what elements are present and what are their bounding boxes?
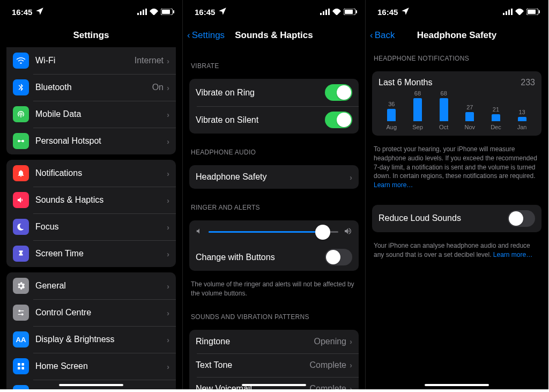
cell-home-screen[interactable]: Home Screen› <box>6 353 176 380</box>
location-icon <box>35 6 44 18</box>
footer-text: To protect your hearing, your iPhone wil… <box>374 145 537 180</box>
chart-bar <box>387 109 396 121</box>
cell-label: Wi-Fi <box>35 56 135 65</box>
chevron-right-icon: › <box>167 196 169 205</box>
nav-bar: ‹ Settings Sounds & Haptics <box>183 24 365 47</box>
chart-bar-dec: 21Dec <box>485 106 507 130</box>
chevron-left-icon: ‹ <box>370 30 373 41</box>
cell-sounds-haptics[interactable]: Sounds & Haptics› <box>6 187 176 213</box>
gear-icon <box>13 278 29 294</box>
learn-more-link[interactable]: Learn more… <box>374 181 413 189</box>
status-bar: 16:45 <box>366 0 548 24</box>
chart-bar <box>413 98 422 121</box>
chart-bar-value: 68 <box>414 90 421 97</box>
chevron-right-icon: › <box>167 308 169 317</box>
svg-rect-6 <box>173 10 174 13</box>
cell-change-with-buttons[interactable]: Change with Buttons <box>189 243 359 271</box>
back-label: Settings <box>192 30 225 41</box>
cell-label: Mobile Data <box>35 109 167 119</box>
cell-label: Accessibility <box>35 388 167 389</box>
svg-rect-16 <box>18 367 20 369</box>
home-indicator[interactable] <box>59 384 123 386</box>
chevron-right-icon: › <box>350 360 352 369</box>
cell-value: On <box>152 83 164 92</box>
home-indicator[interactable] <box>242 384 306 386</box>
cell-general[interactable]: General› <box>6 272 176 299</box>
group-header-headphone: HEADPHONE AUDIO <box>183 149 365 160</box>
toggle-reduce-loud-sounds[interactable] <box>508 210 535 227</box>
page-title: Sounds & Haptics <box>235 30 313 41</box>
volume-slider[interactable] <box>209 231 338 233</box>
chevron-right-icon: › <box>167 56 169 65</box>
chevron-right-icon: › <box>167 335 169 344</box>
switches-icon <box>13 305 29 321</box>
bluetooth-icon <box>13 79 29 95</box>
speaker-icon <box>13 192 29 208</box>
chart-bar-value: 36 <box>388 101 395 107</box>
cell-control-centre[interactable]: Control Centre› <box>6 299 176 326</box>
cell-label: Focus <box>35 222 167 232</box>
chart-bar-label: Dec <box>491 124 501 130</box>
cell-label: Personal Hotspot <box>35 136 167 146</box>
toggle-vibrate-silent[interactable] <box>325 112 352 128</box>
cell-text-tone[interactable]: Text ToneComplete› <box>189 353 359 377</box>
cell-wi-fi[interactable]: Wi-FiInternet› <box>6 47 176 74</box>
cell-mobile-data[interactable]: Mobile Data› <box>6 101 176 128</box>
group-footer-notifications: To protect your hearing, your iPhone wil… <box>366 141 548 190</box>
cell-ringtone[interactable]: RingtoneOpening› <box>189 330 359 353</box>
cell-bluetooth[interactable]: BluetoothOn› <box>6 74 176 101</box>
cell-label: Home Screen <box>35 361 167 371</box>
chevron-left-icon: ‹ <box>187 30 190 41</box>
home-indicator[interactable] <box>425 384 489 386</box>
volume-slider-row <box>189 220 359 243</box>
svg-rect-34 <box>506 11 507 15</box>
cell-label: Control Centre <box>35 308 167 317</box>
chevron-right-icon: › <box>167 282 169 291</box>
cell-personal-hotspot[interactable]: Personal Hotspot› <box>6 128 176 154</box>
slider-thumb[interactable] <box>315 225 330 240</box>
cell-screen-time[interactable]: Screen Time› <box>6 240 176 267</box>
toggle-vibrate-ring[interactable] <box>325 84 352 101</box>
chart-bar <box>440 98 448 121</box>
cell-headphone-safety[interactable]: Headphone Safety › <box>189 165 359 189</box>
back-button[interactable]: ‹ Settings <box>187 30 225 41</box>
svg-point-10 <box>18 310 20 312</box>
cell-vibrate-on-silent[interactable]: Vibrate on Silent <box>189 106 359 134</box>
cell-value: Opening <box>314 337 347 346</box>
svg-rect-14 <box>18 363 20 366</box>
group-footer-ringer: The volume of the ringer and alerts will… <box>183 276 365 298</box>
status-right-icons <box>320 9 358 15</box>
status-bar: 16:45 <box>0 0 182 24</box>
learn-more-link[interactable]: Learn more… <box>493 251 532 258</box>
chart-bar-jan: 13Jan <box>511 109 533 130</box>
cell-reduce-loud-sounds[interactable]: Reduce Loud Sounds <box>372 205 541 232</box>
cell-new-voicemail[interactable]: New VoicemailComplete› <box>189 377 359 389</box>
chart-bar-value: 68 <box>441 90 447 97</box>
svg-rect-29 <box>328 9 330 15</box>
toggle-change-buttons[interactable] <box>325 249 352 265</box>
antenna-icon <box>13 106 29 122</box>
cell-focus[interactable]: Focus› <box>6 213 176 240</box>
group-footer-reduce: Your iPhone can analyse headphone audio … <box>366 238 548 260</box>
cell-vibrate-on-ring[interactable]: Vibrate on Ring <box>189 79 359 106</box>
svg-rect-9 <box>19 140 23 142</box>
chart-bar-value: 13 <box>518 109 525 115</box>
hotspot-icon <box>13 133 29 149</box>
status-bar: 16:45 <box>183 0 365 24</box>
chart-bar <box>465 112 474 121</box>
chevron-right-icon: › <box>167 389 169 390</box>
chart-bar-label: Aug <box>387 124 397 130</box>
chevron-right-icon: › <box>350 173 352 182</box>
back-button[interactable]: ‹ Back <box>370 30 395 41</box>
cell-label: Notifications <box>35 168 167 178</box>
cell-label: Change with Buttons <box>196 253 325 262</box>
chart-bar-label: Oct <box>439 124 448 130</box>
cell-notifications[interactable]: Notifications› <box>6 160 176 187</box>
cell-label: Display & Brightness <box>35 335 167 344</box>
person-icon <box>13 385 29 389</box>
speaker-low-icon <box>196 227 203 236</box>
cell-label: Bluetooth <box>35 83 152 92</box>
svg-rect-5 <box>162 10 170 14</box>
cell-display-brightness[interactable]: AADisplay & Brightness› <box>6 326 176 353</box>
chart-bar-label: Sep <box>412 124 423 130</box>
